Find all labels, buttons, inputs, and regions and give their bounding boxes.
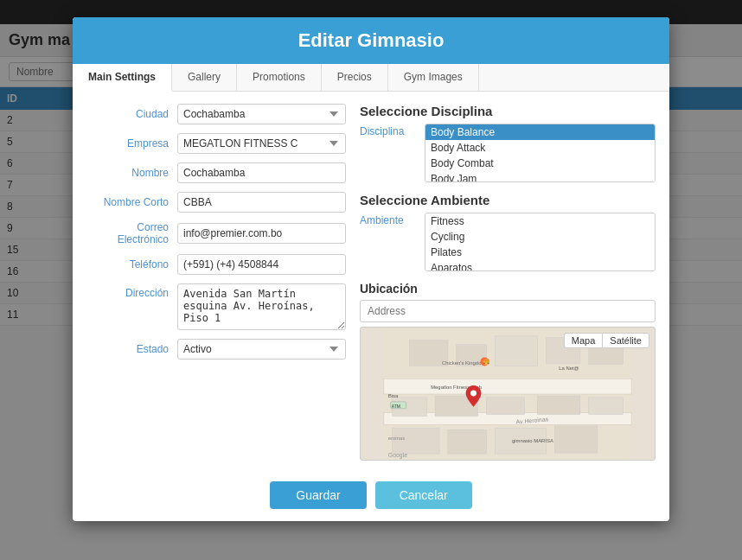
nombre-label: Nombre [86,167,177,179]
svg-rect-13 [589,398,623,415]
svg-rect-15 [448,430,486,454]
ciudad-select[interactable]: Cochabamba [177,104,346,124]
estado-select[interactable]: Activo [177,339,346,360]
list-item[interactable]: Body Balance [425,124,655,140]
nombre-corto-input[interactable] [177,192,346,213]
nombre-row: Nombre [86,162,346,183]
nombre-corto-row: Nombre Corto [86,192,346,213]
ciudad-row: Ciudad Cochabamba [86,104,346,124]
modal-tab[interactable]: Promotions [237,64,322,91]
right-column: Seleccione Disciplina Disciplina Body Ba… [360,104,656,461]
disciplina-label: Disciplina [360,124,425,137]
disciplina-section-title: Seleccione Disciplina [360,104,656,118]
svg-text:eroinas: eroinas [388,436,405,441]
map-button-mapa[interactable]: Mapa [564,333,603,348]
map-buttons: MapaSatélite [564,333,649,348]
nombre-input[interactable] [177,162,346,183]
edit-gym-modal: Editar Gimnasio Main SettingsGalleryProm… [73,17,669,521]
ambiente-listbox[interactable]: FitnessCyclingPilatesAparatos [425,213,656,271]
guardar-button[interactable]: Guardar [270,481,366,509]
svg-text:La Net@: La Net@ [559,366,579,371]
svg-text:Google: Google [388,452,407,459]
ubicacion-section: Ubicación MapaSatélite A [360,282,656,461]
telefono-row: Teléfono [86,254,346,275]
modal-footer: Guardar Cancelar [73,473,669,521]
left-column: Ciudad Cochabamba Empresa MEGATLON FITNE… [86,104,346,461]
list-item[interactable]: Fitness [425,213,655,229]
empresa-label: Empresa [86,137,177,150]
telefono-input[interactable] [177,254,346,275]
svg-rect-6 [495,336,537,366]
ciudad-label: Ciudad [86,108,177,120]
svg-text:ATM: ATM [392,404,400,409]
list-item[interactable]: Cycling [425,229,655,245]
svg-text:🍔: 🍔 [483,358,490,366]
map-button-satelite[interactable]: Satélite [602,333,649,348]
cancelar-button[interactable]: Cancelar [375,481,472,509]
disciplina-listbox[interactable]: Body BalanceBody AttackBody CombatBody J… [425,124,656,182]
ambiente-section-title: Seleccione Ambiente [360,193,656,207]
empresa-select[interactable]: MEGATLON FITNESS C [177,133,346,154]
correo-row: Correo Electrónico [86,221,346,245]
list-item[interactable]: Pilates [425,245,655,260]
correo-input[interactable] [177,223,346,244]
disciplina-row: Disciplina Body BalanceBody AttackBody C… [360,124,656,182]
address-input[interactable] [360,300,656,322]
modal-title: Editar Gimnasio [73,17,669,64]
list-item[interactable]: Body Attack [425,140,655,156]
modal-tab[interactable]: Gallery [172,64,237,91]
telefono-label: Teléfono [86,258,177,270]
modal-tab[interactable]: Precios [322,64,388,91]
ambiente-row: Ambiente FitnessCyclingPilatesAparatos [360,213,656,271]
modal-tab[interactable]: Main Settings [73,64,172,92]
direccion-textarea[interactable] [177,283,346,330]
svg-rect-17 [554,426,597,454]
list-item[interactable]: Body Combat [425,156,655,171]
svg-rect-11 [486,398,524,415]
estado-row: Estado Activo [86,339,346,360]
svg-text:Chicken's Kingdom: Chicken's Kingdom [442,360,485,366]
direccion-label: Dirección [86,287,177,299]
modal-tabs: Main SettingsGalleryPromotionsPreciosGym… [73,64,669,92]
svg-point-25 [470,391,477,397]
nombre-corto-label: Nombre Corto [86,196,177,208]
modal-overlay: Editar Gimnasio Main SettingsGalleryProm… [0,0,742,560]
svg-rect-12 [538,396,580,415]
svg-text:Bisa: Bisa [388,393,399,398]
svg-rect-1 [384,379,631,394]
modal-tab[interactable]: Gym Images [388,64,479,91]
svg-text:gimnasio MARISA: gimnasio MARISA [512,438,553,443]
ambiente-label: Ambiente [360,213,425,226]
list-item[interactable]: Aparatos [425,260,655,271]
ubicacion-title: Ubicación [360,282,656,296]
empresa-row: Empresa MEGATLON FITNESS C [86,133,346,154]
estado-label: Estado [86,343,177,355]
list-item[interactable]: Body Jam [425,171,655,182]
direccion-row: Dirección [86,283,346,330]
map-container[interactable]: MapaSatélite Av Heroinas [360,327,656,461]
correo-label: Correo Electrónico [86,221,177,245]
